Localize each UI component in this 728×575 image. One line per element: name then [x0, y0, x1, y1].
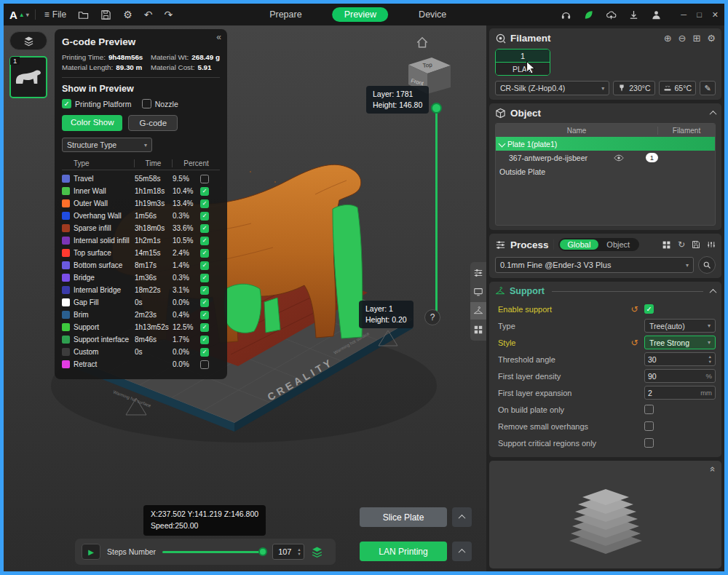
- search-preset-button[interactable]: [698, 256, 716, 274]
- slice-options-expander[interactable]: [452, 507, 472, 527]
- object-row-plate[interactable]: Plate 1(plate1): [496, 137, 715, 151]
- enable-support-checkbox[interactable]: [644, 304, 654, 314]
- redo-button[interactable]: ↷: [161, 7, 175, 22]
- download-icon[interactable]: [628, 9, 639, 20]
- steps-slider-track[interactable]: [162, 551, 266, 553]
- layer-range-slider[interactable]: [430, 103, 442, 322]
- reset-value-icon[interactable]: ↺: [629, 304, 640, 314]
- line-type-visibility-checkbox[interactable]: [200, 311, 209, 320]
- window-minimize-button[interactable]: ─: [681, 10, 687, 19]
- layer-slider-track[interactable]: [435, 107, 438, 318]
- support-critical-regions-checkbox[interactable]: [644, 438, 654, 448]
- user-account-icon[interactable]: [651, 9, 662, 20]
- cloud-upload-icon[interactable]: [606, 9, 617, 20]
- play-button[interactable]: ▶: [82, 544, 100, 560]
- filament-preset-dropdown[interactable]: CR-Silk (Z-Hop0.4) ▾: [495, 81, 609, 95]
- save-preset-icon[interactable]: [692, 240, 700, 249]
- support-headset-icon[interactable]: [561, 9, 571, 20]
- line-type-visibility-checkbox[interactable]: [200, 323, 209, 332]
- bed-temperature-chip[interactable]: 65°C: [659, 81, 696, 95]
- support-style-dropdown[interactable]: Tree Strong▾: [644, 336, 716, 349]
- feedback-leaf-icon[interactable]: [583, 9, 594, 20]
- filament-list-button[interactable]: ⊞: [692, 33, 700, 44]
- support-type-dropdown[interactable]: Tree(auto)▾: [644, 319, 716, 333]
- line-type-visibility-checkbox[interactable]: [200, 212, 209, 221]
- filament-settings-button[interactable]: ⚙: [707, 33, 716, 44]
- line-type-visibility-checkbox[interactable]: [200, 298, 209, 307]
- line-type-visibility-checkbox[interactable]: [200, 360, 209, 369]
- line-type-visibility-checkbox[interactable]: [200, 286, 209, 295]
- save-button[interactable]: [98, 8, 114, 22]
- color-show-button[interactable]: Color Show: [62, 115, 122, 131]
- line-type-visibility-checkbox[interactable]: [200, 187, 209, 196]
- mode-tab[interactable]: Prepare: [258, 7, 313, 22]
- scope-object-button[interactable]: Object: [598, 239, 638, 250]
- home-view-button[interactable]: [416, 36, 429, 49]
- add-filament-button[interactable]: ⊕: [664, 33, 672, 44]
- first-layer-expansion-input[interactable]: [648, 389, 698, 397]
- parameter-table-icon[interactable]: [662, 240, 671, 250]
- line-type-visibility-checkbox[interactable]: [200, 336, 209, 344]
- settings-button[interactable]: ⚙: [120, 7, 135, 22]
- file-menu[interactable]: ≡File: [41, 8, 69, 21]
- plate-list-toggle[interactable]: [9, 31, 47, 50]
- reset-value-icon[interactable]: ↺: [629, 338, 640, 348]
- line-type-visibility-checkbox[interactable]: [200, 249, 209, 258]
- refresh-icon[interactable]: ↻: [678, 239, 685, 250]
- remove-small-overhangs-checkbox[interactable]: [644, 421, 654, 431]
- line-type-visibility-checkbox[interactable]: [200, 261, 209, 270]
- object-row-model[interactable]: 367-antwerp-de-ijsbeer 1: [496, 151, 715, 164]
- tab-plate-settings[interactable]: [470, 283, 486, 301]
- steps-slider-knob[interactable]: [258, 547, 267, 556]
- line-type-visibility-checkbox[interactable]: [200, 199, 209, 208]
- layers-green-icon[interactable]: [311, 546, 323, 558]
- scope-global-button[interactable]: Global: [560, 239, 599, 250]
- collapse-section-icon[interactable]: [710, 111, 717, 118]
- tab-support-settings[interactable]: [470, 302, 486, 320]
- on-build-plate-only-checkbox[interactable]: [644, 405, 654, 414]
- collapse-group-icon[interactable]: [710, 288, 717, 296]
- expand-preview-icon[interactable]: «: [708, 467, 719, 472]
- filament-slot-selector[interactable]: 1 PLA▴: [495, 49, 550, 76]
- panel-collapse-icon[interactable]: «: [216, 32, 221, 42]
- layer-slider-upper-knob[interactable]: [431, 103, 442, 114]
- structure-type-dropdown[interactable]: Structure Type ▾: [62, 138, 152, 152]
- slice-plate-button[interactable]: Slice Plate: [360, 507, 447, 527]
- nozzle-temperature-chip[interactable]: 230°C: [613, 81, 654, 95]
- line-type-visibility-checkbox[interactable]: [200, 274, 209, 282]
- first-layer-density-input[interactable]: [648, 372, 704, 381]
- filament-assignment-badge[interactable]: 1: [646, 153, 658, 162]
- window-close-button[interactable]: ✕: [712, 10, 719, 20]
- spinner-arrows-icon[interactable]: ▲▼: [708, 354, 712, 363]
- line-type-visibility-checkbox[interactable]: [200, 175, 209, 183]
- line-type-visibility-checkbox[interactable]: [200, 348, 209, 357]
- gcode-view-button[interactable]: G-code: [128, 115, 178, 131]
- edit-filament-button[interactable]: ✎: [700, 81, 716, 95]
- visibility-eye-icon[interactable]: [614, 153, 624, 163]
- remove-filament-button[interactable]: ⊖: [678, 33, 687, 44]
- app-logo[interactable]: A▲▾: [9, 9, 29, 21]
- tab-other-settings[interactable]: [470, 321, 486, 338]
- toggle-nozzle[interactable]: Nozzle: [142, 99, 178, 108]
- undo-button[interactable]: ↶: [141, 7, 156, 22]
- mode-tab[interactable]: Device: [407, 7, 458, 22]
- object-row-outside-plate[interactable]: Outside Plate: [496, 164, 715, 178]
- filament-slot-type[interactable]: PLA▴: [496, 63, 550, 75]
- mode-tab[interactable]: Preview: [333, 7, 388, 22]
- tune-icon[interactable]: [707, 240, 716, 249]
- toggle-printing-platform[interactable]: Printing Platform: [62, 99, 132, 108]
- printing-platform-checkbox[interactable]: [62, 99, 71, 108]
- window-maximize-button[interactable]: □: [697, 10, 702, 19]
- line-type-visibility-checkbox[interactable]: [200, 224, 209, 233]
- plate-thumbnail[interactable]: 1: [9, 56, 47, 98]
- open-file-button[interactable]: [75, 8, 92, 22]
- help-button[interactable]: ?: [424, 309, 440, 325]
- steps-number-spinner[interactable]: 107 ▲▼: [272, 544, 304, 560]
- threshold-angle-input[interactable]: [648, 355, 706, 364]
- lan-printing-button[interactable]: LAN Printing: [360, 542, 447, 561]
- viewport-3d[interactable]: Warming hot surface Warming hot surface …: [4, 25, 486, 571]
- spinner-arrows-icon[interactable]: ▲▼: [297, 547, 301, 556]
- print-options-expander[interactable]: [452, 542, 472, 561]
- nozzle-checkbox[interactable]: [142, 99, 151, 108]
- process-preset-dropdown[interactable]: 0.1mm Fine @Ender-3 V3 Plus ▾: [495, 257, 694, 273]
